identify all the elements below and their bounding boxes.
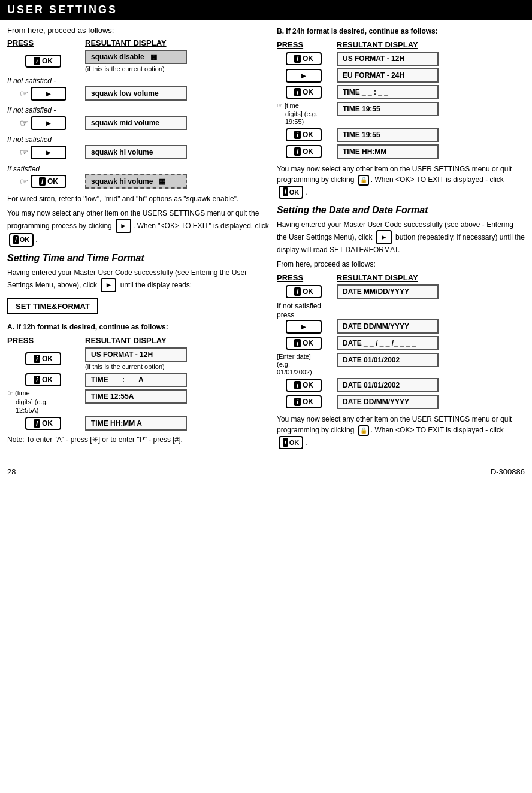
i-badge-b1: i: [294, 55, 301, 63]
para-b1: You may now select any other item on the…: [277, 164, 525, 199]
ok-button-b3[interactable]: iOK: [286, 128, 322, 141]
section-b-row-3: iOK TIME _ _ : _ _: [277, 85, 525, 99]
left-column: From here, proceed as follows: PRESS RES…: [7, 26, 271, 453]
hand-arrow-btn-3[interactable]: ☞ ►: [20, 146, 66, 159]
if-not-satisfied-3: If not satisfied: [7, 135, 271, 144]
footer-right: D-300886: [491, 467, 525, 476]
press-row-2: ☞ ► squawk low volume: [7, 86, 271, 101]
hand-arrow-btn-2[interactable]: ☞ ►: [20, 116, 66, 130]
right-column: B. If 24h format is desired, continue as…: [277, 26, 525, 453]
section2-para2: From here, proceed as follows:: [277, 259, 525, 270]
if-satisfied: If satisfied: [7, 164, 271, 173]
arrow-button-b1[interactable]: ►: [286, 69, 322, 83]
date-label3: 01/01/2002): [277, 368, 312, 376]
ok-button-b4[interactable]: iOK: [286, 145, 322, 158]
hand-icon-2: ☞: [20, 117, 28, 129]
section1a-press-header: PRESS: [7, 336, 79, 345]
section-b-press-header: PRESS: [277, 40, 331, 49]
intro-text: From here, proceed as follows:: [7, 26, 271, 35]
section2-row-6: iOK DATE DD/MM/YYYY: [277, 395, 525, 409]
time-digits-label3: 12:55A): [16, 407, 39, 414]
i-badge-2: i: [39, 177, 46, 186]
result-display-2: squawk low volume: [85, 86, 187, 101]
result-display-1: squawk disable ▦: [85, 50, 187, 64]
section-b-row-1: iOK US FORMAT - 12H: [277, 52, 525, 66]
result-b2: EU FORMAT - 24H: [337, 68, 439, 83]
section2-table: PRESS RESULTANT DISPLAY iOK DATE MM/DD/Y…: [277, 273, 525, 409]
result-d5: DATE 01/01/2002: [337, 378, 439, 392]
result-note-1: (if this is the current option): [85, 65, 271, 72]
section1a-row-1: iOK US FORMAT - 12H (if this is the curr…: [7, 347, 271, 370]
para-select-other: You may now select any other item on the…: [7, 208, 271, 247]
section1a-row-4: iOK TIME HH:MM A: [7, 416, 271, 431]
i-badge: i: [34, 57, 40, 65]
section2-row-2: ► DATE DD/MM/YYYY: [277, 319, 525, 334]
result-d3: DATE _ _ / _ _ /_ _ _ _: [337, 336, 439, 350]
ok-button-2[interactable]: iOK: [31, 175, 66, 188]
inline-ok-btn-1[interactable]: iOK: [9, 233, 34, 247]
section1a-row-3: ☞ (time digits] (e.g. 12:55A) TIME 12:55…: [7, 389, 271, 414]
section-b-row-5: iOK TIME 19:55: [277, 128, 525, 142]
ok-button-a3[interactable]: iOK: [25, 417, 61, 430]
i-badge-d1: i: [294, 287, 301, 296]
i-badge-a2: i: [34, 376, 40, 384]
result-b6: TIME HH:MM: [337, 144, 439, 159]
lock-icon-2: 🔒: [358, 425, 369, 436]
i-badge-a1: i: [34, 355, 40, 363]
result-a2: TIME _ _ : _ _ A: [85, 373, 187, 387]
press-result-section: PRESS RESULTANT DISPLAY iOK squawk disab…: [7, 38, 271, 189]
i-badge-a3: i: [34, 419, 40, 428]
result-display-3: squawk mid volume: [85, 116, 187, 130]
result-a4: TIME HH:MM A: [85, 416, 187, 431]
ok-button-1[interactable]: iOK: [25, 55, 61, 68]
ok-button-d2[interactable]: iOK: [286, 337, 322, 350]
press-col-header: PRESS: [7, 38, 79, 47]
section1a-result-header: RESULTANT DISPLAY: [85, 336, 271, 345]
section-b-heading: B. If 24h format is desired, continue as…: [277, 26, 525, 37]
section-b-row-6: iOK TIME HH:MM: [277, 144, 525, 159]
i-badge-d4: i: [294, 398, 301, 406]
section2-press-header: PRESS: [277, 273, 331, 282]
arrow-btn-1[interactable]: ►: [31, 87, 66, 101]
ok-button-d3[interactable]: iOK: [286, 379, 322, 392]
result-b3: TIME _ _ : _ _: [337, 85, 439, 99]
section2-result-header: RESULTANT DISPLAY: [337, 273, 525, 282]
ok-button-a2[interactable]: iOK: [25, 373, 61, 386]
inline-arrow-btn-1[interactable]: ►: [116, 219, 131, 233]
section2-heading: Setting the Date and Date Format: [277, 205, 525, 216]
footer-left: 28: [7, 467, 16, 476]
b-time-label3: 19:55): [285, 118, 304, 125]
arrow-btn-3[interactable]: ►: [31, 146, 66, 159]
section-b-row-2: ► EU FORMAT - 24H: [277, 68, 525, 83]
page-title: USER SETTINGS: [7, 4, 117, 16]
ok-button-d4[interactable]: iOK: [286, 395, 322, 408]
result-b5: TIME 19:55: [337, 128, 439, 142]
time-digits-label: ☞ (time: [7, 389, 30, 397]
date-label2: (e.g.: [277, 361, 290, 368]
section2-row-3: iOK DATE _ _ / _ _ /_ _ _ _: [277, 336, 525, 350]
section2-row-1: iOK DATE MM/DD/YYYY: [277, 284, 525, 299]
note-text: Note: To enter "A" - press [✳] or to ent…: [7, 435, 271, 444]
arrow-btn-2[interactable]: ►: [31, 116, 66, 130]
hand-icon-1: ☞: [20, 88, 28, 99]
para-c1: You may now select any other item on the…: [277, 414, 525, 449]
inline-arrow-btn-2[interactable]: ►: [101, 278, 116, 292]
note-a1: (if this is the current option): [85, 363, 271, 370]
section1-heading: Setting Time and Time Format: [7, 253, 271, 264]
inline-ok-btn-c1[interactable]: iOK: [279, 436, 303, 450]
press-row-3: ☞ ► squawk mid volume: [7, 116, 271, 130]
result-display-5: squawk hi volume ▦: [85, 174, 187, 189]
ok-button-b2[interactable]: iOK: [286, 86, 322, 99]
section-b-row-4: ☞ [time digits] (e.g. 19:55) TIME 19:55: [277, 102, 525, 125]
section1a-table: PRESS RESULTANT DISPLAY iOK US FORMAT - …: [7, 336, 271, 431]
ok-button-d1[interactable]: iOK: [286, 285, 322, 298]
ok-button-a1[interactable]: iOK: [25, 352, 61, 365]
ok-button-b1[interactable]: iOK: [286, 52, 322, 65]
inline-ok-btn-b1[interactable]: iOK: [279, 186, 303, 199]
section1-para: Having entered your Master User Code suc…: [7, 267, 271, 292]
arrow-button-d1[interactable]: ►: [286, 320, 322, 334]
hand-arrow-btn-1[interactable]: ☞ ►: [20, 87, 66, 101]
result-b4: TIME 19:55: [337, 102, 439, 116]
inline-arrow-btn-r1[interactable]: ►: [376, 230, 392, 244]
i-badge-d3: i: [294, 381, 301, 389]
